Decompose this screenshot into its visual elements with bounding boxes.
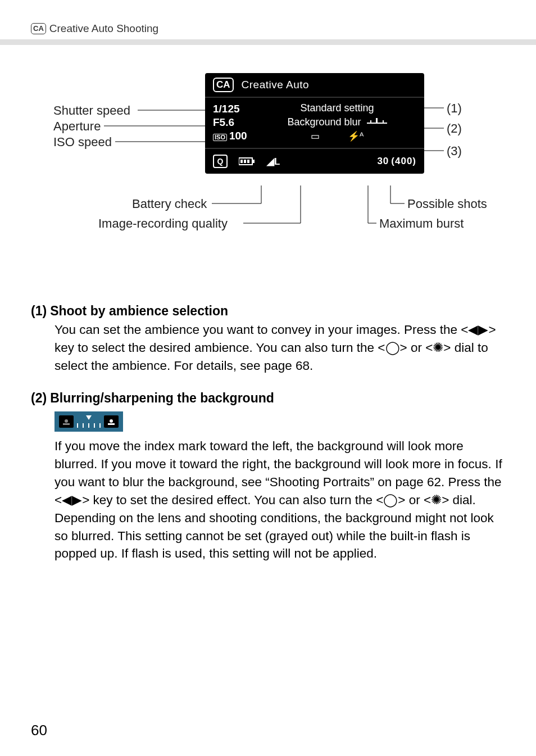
section-2-title: Blurring/sharpening the background — [50, 391, 274, 406]
svg-point-23 — [65, 419, 68, 423]
flash-mode-icon: ⚡ᴬ — [348, 130, 364, 142]
page-header: CA Creative Auto Shooting — [31, 22, 505, 35]
main-dial-icon: ✺ — [433, 341, 443, 355]
s2-text-b: > key to set the desired effect. You can… — [82, 493, 383, 507]
lcd-mode-icon: CA — [213, 78, 234, 92]
left-right-key-icon: ◀▶ — [468, 323, 488, 337]
svg-rect-5 — [252, 160, 255, 163]
label-battery-check: Battery check — [132, 197, 207, 211]
label-callout-2: (2) — [447, 121, 462, 136]
s2-text-d: > dial. — [442, 493, 476, 507]
label-iso-speed: ISO speed — [53, 135, 112, 150]
label-possible-shots: Possible shots — [407, 197, 487, 211]
quality-indicator: ◢L — [267, 156, 280, 168]
shutter-value: 1/125 — [213, 102, 258, 116]
section-1-body: You can set the ambience you want to con… — [54, 321, 505, 375]
section-1-num: (1) — [31, 304, 47, 319]
section-1: (1) Shoot by ambience selection You can … — [31, 304, 505, 375]
header-rule — [0, 39, 536, 45]
label-image-quality: Image-recording quality — [98, 216, 228, 231]
left-right-key-icon: ◀▶ — [62, 493, 82, 507]
blur-thumb-left — [59, 415, 74, 428]
label-callout-3: (3) — [447, 144, 462, 159]
ca-mode-icon: CA — [31, 23, 46, 34]
background-blur-label: Background blur — [287, 116, 361, 128]
s1-text-c: > or < — [400, 341, 433, 355]
blur-slider-icon — [367, 117, 387, 128]
iso-label: ISO — [213, 134, 227, 141]
section-1-title: Shoot by ambience selection — [50, 304, 228, 319]
page-number: 60 — [31, 722, 47, 739]
section-2: (2) Blurring/sharpening the background I… — [31, 391, 505, 563]
label-callout-1: (1) — [447, 101, 462, 116]
svg-rect-6 — [240, 160, 243, 163]
max-burst-value: (400) — [391, 156, 416, 167]
blur-ticks — [77, 415, 101, 428]
q-button-icon: Q — [213, 155, 228, 168]
label-max-burst: Maximum burst — [379, 216, 464, 231]
lcd-diagram: CA Creative Auto 1/125 F5.6 ISO 100 Stan… — [31, 73, 505, 270]
label-aperture: Aperture — [53, 119, 101, 134]
quick-dial-icon: ◯ — [385, 341, 400, 355]
standard-setting-label: Standard setting — [258, 102, 416, 114]
svg-rect-7 — [244, 160, 246, 163]
svg-rect-24 — [63, 423, 70, 425]
lcd-panel: CA Creative Auto 1/125 F5.6 ISO 100 Stan… — [205, 73, 424, 174]
exposure-readout: 1/125 F5.6 ISO 100 — [213, 102, 258, 142]
svg-rect-3 — [383, 120, 384, 124]
section-2-num: (2) — [31, 391, 47, 406]
svg-rect-8 — [247, 160, 249, 163]
svg-rect-26 — [108, 423, 115, 425]
s1-text-a: You can set the ambience you want to con… — [54, 323, 468, 337]
battery-icon — [239, 157, 256, 166]
aperture-value: F5.6 — [213, 116, 258, 129]
possible-shots-value: 30 — [377, 156, 389, 167]
page-header-title: Creative Auto Shooting — [49, 22, 158, 35]
main-dial-icon: ✺ — [431, 493, 442, 507]
blur-slider-graphic — [54, 411, 123, 432]
s2-text-c: > or < — [398, 493, 431, 507]
svg-point-25 — [110, 419, 113, 423]
label-shutter-speed: Shutter speed — [53, 103, 130, 118]
svg-rect-2 — [376, 118, 378, 124]
section-2-paragraph-1: If you move the index mark toward the le… — [54, 437, 505, 509]
svg-rect-1 — [370, 120, 371, 124]
drive-mode-icon: ▭ — [311, 130, 320, 142]
quick-dial-icon: ◯ — [383, 493, 398, 507]
section-2-paragraph-2: Depending on the lens and shooting condi… — [54, 509, 505, 563]
blur-thumb-right — [104, 415, 119, 428]
lcd-mode-title: Creative Auto — [242, 79, 310, 91]
iso-value: 100 — [229, 129, 247, 143]
